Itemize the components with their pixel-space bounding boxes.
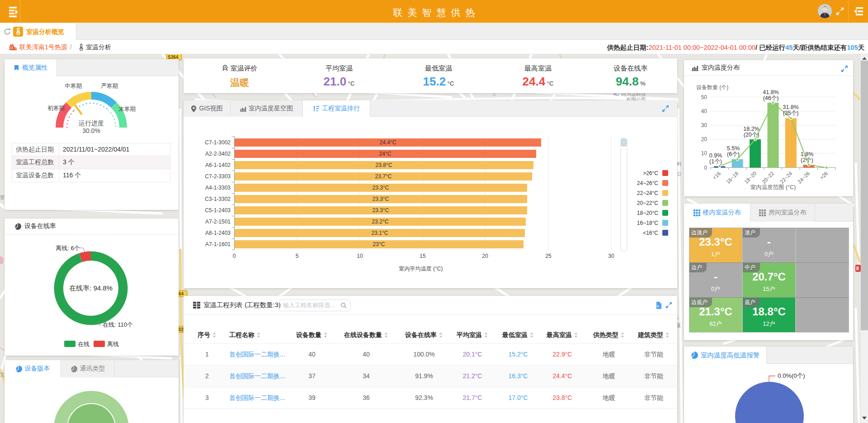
svg-text:C5-1-2403: C5-1-2403	[205, 207, 231, 214]
svg-text:10: 10	[701, 150, 708, 157]
svg-text:10: 10	[357, 253, 363, 259]
svg-text:设备数量 (个): 设备数量 (个)	[696, 84, 728, 90]
svg-text:31.8%: 31.8%	[783, 104, 798, 110]
svg-text:离线: 离线	[107, 341, 119, 347]
svg-text:0.9%: 0.9%	[709, 152, 722, 159]
svg-text:<16°C: <16°C	[643, 230, 658, 236]
svg-text:0.0%(0个): 0.0%(0个)	[778, 372, 805, 379]
svg-text:23.2°C: 23.2°C	[372, 219, 389, 225]
svg-text:0: 0	[704, 165, 707, 171]
svg-text:(6个): (6个)	[727, 151, 740, 157]
svg-text:运行进度: 运行进度	[79, 119, 104, 127]
svg-text:16~18°C: 16~18°C	[637, 220, 659, 226]
svg-text:24°C: 24°C	[379, 151, 392, 157]
svg-text:30: 30	[608, 253, 614, 259]
svg-text:23.3°C: 23.3°C	[373, 185, 389, 191]
svg-text:室内温度范围 (°C): 室内温度范围 (°C)	[750, 184, 796, 190]
svg-text:40: 40	[701, 108, 708, 114]
svg-text:A4-1-3303: A4-1-3303	[205, 185, 231, 191]
svg-text:20: 20	[701, 136, 708, 143]
svg-text:20~22°C: 20~22°C	[637, 200, 659, 206]
svg-text:23.7°C: 23.7°C	[375, 173, 392, 180]
svg-text:24.4°C: 24.4°C	[380, 139, 396, 146]
svg-text:5.5%: 5.5%	[727, 145, 740, 152]
svg-text:16~18: 16~18	[725, 171, 739, 185]
svg-text:25: 25	[545, 253, 552, 259]
svg-text:23.8°C: 23.8°C	[376, 162, 392, 168]
svg-text:18~20: 18~20	[743, 171, 757, 185]
svg-text:离线: 6个: 离线: 6个	[56, 245, 80, 252]
svg-text:5: 5	[296, 253, 299, 259]
svg-text:中寒期: 中寒期	[65, 83, 82, 89]
svg-text:24~26: 24~26	[797, 171, 811, 185]
svg-text:初寒期: 初寒期	[47, 105, 65, 111]
svg-text:末寒期: 末寒期	[118, 106, 136, 112]
svg-text:>26: >26	[819, 171, 829, 181]
svg-text:A2-2-3402: A2-2-3402	[205, 151, 231, 157]
svg-text:(46个): (46个)	[763, 95, 779, 101]
svg-text:41.8%: 41.8%	[763, 89, 778, 95]
svg-text:23°C: 23°C	[373, 241, 385, 247]
svg-text:20: 20	[482, 253, 488, 259]
svg-text:24~26°C: 24~26°C	[637, 180, 659, 186]
svg-text:22~24°C: 22~24°C	[637, 190, 659, 196]
svg-text:>26°C: >26°C	[643, 170, 658, 176]
svg-text:30: 30	[701, 122, 708, 128]
svg-text:30.0%: 30.0%	[82, 127, 100, 134]
svg-text:x: x	[657, 304, 659, 308]
svg-text:0: 0	[233, 253, 236, 259]
svg-text:15: 15	[420, 253, 426, 259]
svg-text:1.8%: 1.8%	[801, 151, 814, 157]
svg-text:C7-1-3002: C7-1-3002	[205, 139, 231, 146]
svg-text:(20个): (20个)	[744, 132, 760, 138]
svg-text:23.1°C: 23.1°C	[372, 230, 388, 236]
svg-text:22~24: 22~24	[779, 171, 793, 185]
svg-text:A7-2-1501: A7-2-1501	[205, 219, 231, 225]
svg-text:室内平均温度 (°C): 室内平均温度 (°C)	[399, 266, 443, 272]
svg-text:在线: 在线	[78, 341, 90, 347]
svg-text:C7-2-3303: C7-2-3303	[205, 173, 231, 180]
svg-text:18.2%: 18.2%	[743, 126, 759, 132]
svg-text:A7-1-1601: A7-1-1601	[205, 241, 231, 247]
svg-text:(2个): (2个)	[801, 157, 813, 163]
svg-text:在线率: 94.8%: 在线率: 94.8%	[69, 284, 113, 292]
svg-text:18~20°C: 18~20°C	[637, 210, 659, 216]
svg-text:64: 64	[179, 291, 184, 296]
svg-text:23.3°C: 23.3°C	[373, 207, 389, 214]
svg-text:8: 8	[856, 266, 859, 271]
svg-text:23.3°C: 23.3°C	[373, 196, 389, 202]
svg-text:严寒期: 严寒期	[101, 83, 118, 89]
svg-text:C3-1-3302: C3-1-3302	[205, 196, 231, 202]
svg-text:(1个): (1个)	[709, 158, 722, 165]
svg-text:A8-1-2403: A8-1-2403	[205, 230, 231, 236]
svg-text:A6-1-1402: A6-1-1402	[205, 162, 231, 168]
svg-text:(35个): (35个)	[783, 110, 799, 116]
svg-text:在线: 110个: 在线: 110个	[103, 321, 133, 328]
svg-text:50: 50	[701, 94, 708, 100]
svg-text:公: 公	[677, 171, 682, 176]
svg-text:20~22: 20~22	[761, 171, 775, 185]
svg-text:<16: <16	[712, 171, 722, 181]
